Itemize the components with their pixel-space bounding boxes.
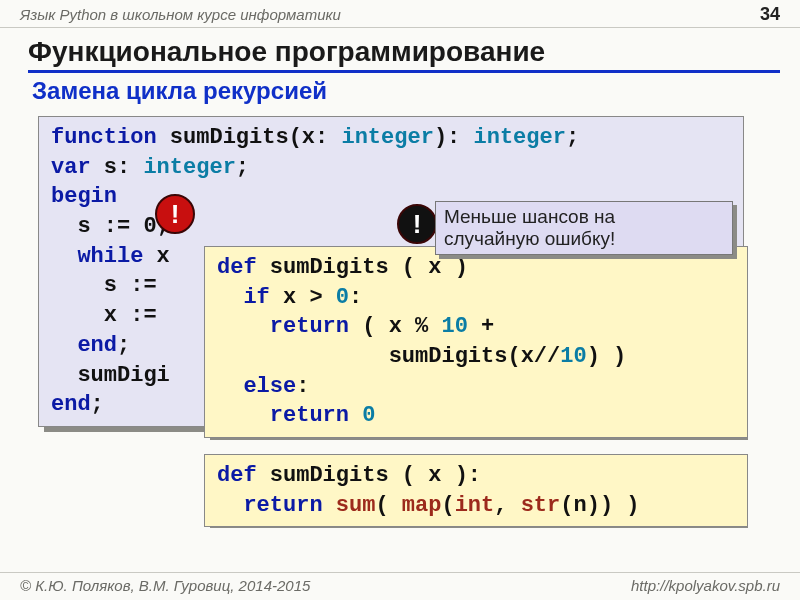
attention-icon-black: !	[397, 204, 437, 244]
attention-icon-red: !	[155, 194, 195, 234]
slide-footer: © К.Ю. Поляков, В.М. Гуровиц, 2014-2015 …	[0, 572, 800, 600]
python-functional-code: def sumDigits ( x ): return sum( map(int…	[204, 454, 748, 527]
copyright-text: © К.Ю. Поляков, В.М. Гуровиц, 2014-2015	[20, 577, 310, 594]
slide-subtitle: Замена цикла рекурсией	[32, 77, 780, 105]
page-number: 34	[760, 4, 780, 25]
course-label: Язык Python в школьном курсе информатики	[20, 6, 341, 23]
slide-header: Язык Python в школьном курсе информатики…	[0, 0, 800, 28]
callout-box: Меньше шансов на случайную ошибку!	[435, 201, 733, 255]
slide-title: Функциональное программирование	[28, 36, 780, 73]
python-recursive-code: def sumDigits ( x ) if x > 0: return ( x…	[204, 246, 748, 438]
callout-line1: Меньше шансов на	[444, 206, 615, 227]
footer-url: http://kpolyakov.spb.ru	[631, 577, 780, 594]
callout-line2: случайную ошибку!	[444, 228, 615, 249]
